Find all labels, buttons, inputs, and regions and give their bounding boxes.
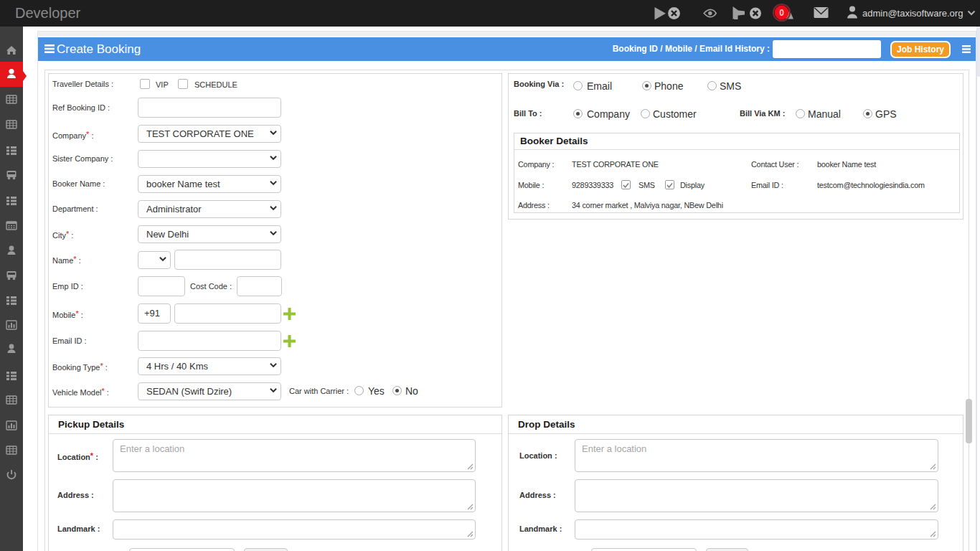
svg-text:admin@taxisoftware.org: admin@taxisoftware.org (862, 8, 963, 19)
svg-text:0: 0 (779, 8, 784, 18)
